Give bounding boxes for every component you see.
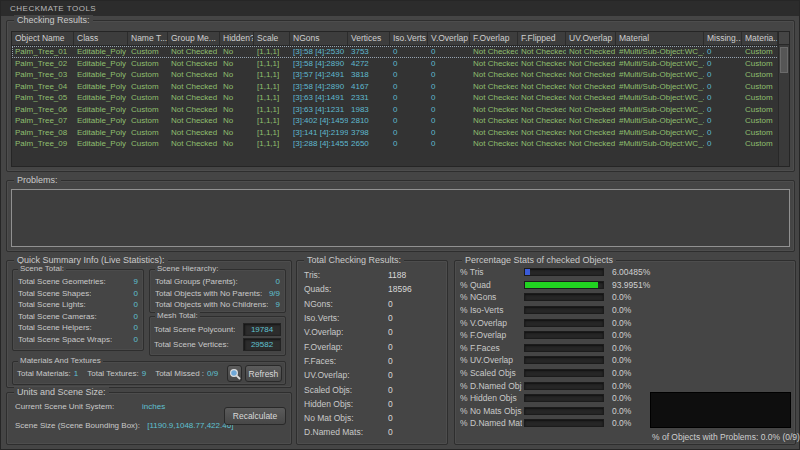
table-row[interactable]: Palm_Tree_02Editable_PolyCustomNot Check… xyxy=(12,58,789,70)
table-row[interactable]: Palm_Tree_07Editable_PolyCustomNot Check… xyxy=(12,115,789,127)
scene-total-group: Scene Total: Total Scene Geometries:9Tot… xyxy=(12,269,144,351)
stat-label: Total Scene Space Wraps: xyxy=(18,335,112,344)
table-cell: No xyxy=(220,58,254,70)
table-cell: 0 xyxy=(704,104,742,116)
column-header[interactable]: Object Name xyxy=(12,32,74,45)
column-header[interactable]: V.Overlap xyxy=(428,32,470,45)
table-cell: 0 xyxy=(390,69,428,81)
table-cell: Not Checked xyxy=(168,46,220,58)
table-row[interactable]: Palm_Tree_01Editable_PolyCustomNot Check… xyxy=(12,46,789,58)
scene-total-label: Scene Total: xyxy=(18,264,66,273)
stat-value: 0.0% xyxy=(612,343,631,353)
table-cell: 0 xyxy=(428,138,470,150)
column-header[interactable]: Missing... xyxy=(704,32,742,45)
problems-display-panel xyxy=(650,392,791,428)
table-row[interactable]: Palm_Tree_05Editable_PolyCustomNot Check… xyxy=(12,92,789,104)
column-header[interactable]: Group Me... xyxy=(168,32,220,45)
stat-value: 0 xyxy=(388,327,393,337)
table-cell: No xyxy=(220,92,254,104)
table-cell: 0 xyxy=(704,58,742,70)
table-cell: Palm_Tree_05 xyxy=(12,92,74,104)
column-header[interactable]: F.Flipped xyxy=(518,32,566,45)
scene-size-value: [1190.9,1048.77,422.46] xyxy=(147,421,233,430)
stat-value: 1 xyxy=(74,369,78,378)
table-cell: Not Checked xyxy=(566,115,616,127)
table-cell: Custom xyxy=(742,81,778,93)
column-header[interactable]: UV.Overlap xyxy=(566,32,616,45)
units-label: Units and Scene Size: xyxy=(14,387,109,397)
problems-label: Problems: xyxy=(14,175,61,185)
mesh-stat-row: Total Scene Vertices:29582 xyxy=(150,337,285,352)
table-cell: Not Checked xyxy=(518,115,566,127)
column-header[interactable]: NGons xyxy=(290,32,348,45)
table-row[interactable]: Palm_Tree_08Editable_PolyCustomNot Check… xyxy=(12,127,789,139)
total-checking-row: UV.Overlap:0 xyxy=(297,368,447,382)
view-textures-button[interactable] xyxy=(227,365,242,382)
stat-label: Total Objects with No Childrens: xyxy=(155,300,268,309)
table-cell: Custom xyxy=(128,115,168,127)
stat-value: 0.0% xyxy=(612,406,631,416)
column-header[interactable]: Class xyxy=(74,32,128,45)
stat-value: 0/9 xyxy=(207,369,218,378)
table-cell: Palm_Tree_01 xyxy=(12,46,74,58)
table-row[interactable]: Palm_Tree_09Editable_PolyCustomNot Check… xyxy=(12,138,789,150)
table-cell: Not Checked xyxy=(518,81,566,93)
table-cell: Custom xyxy=(742,104,778,116)
table-cell: Palm_Tree_06 xyxy=(12,104,74,116)
table-cell: [1,1,1] xyxy=(254,138,290,150)
refresh-button[interactable]: Refresh xyxy=(245,365,282,382)
table-cell: [3]:57 [4]:2491 xyxy=(290,69,348,81)
stat-label: % D.Named Objs xyxy=(460,381,522,391)
table-cell: #Multi/Sub-Object:WC_... xyxy=(616,58,704,70)
total-checking-items: Tris:1188Quads:18596NGons:0Iso.Verts:0V.… xyxy=(297,268,447,440)
stat-value: 18596 xyxy=(388,284,412,294)
total-checking-row: Tris:1188 xyxy=(297,268,447,282)
stat-label: % Hidden Objs xyxy=(460,393,522,403)
table-cell: #Multi/Sub-Object:WC_... xyxy=(616,104,704,116)
stat-label: Total Scene Vertices: xyxy=(154,340,229,349)
column-header[interactable]: F.Overlap xyxy=(470,32,518,45)
progress-bar xyxy=(524,306,604,314)
table-cell: No xyxy=(220,104,254,116)
results-table-scrollbar[interactable] xyxy=(778,32,789,166)
table-cell: No xyxy=(220,127,254,139)
stat-value: 0 xyxy=(388,356,393,366)
column-header[interactable]: Material xyxy=(616,32,704,45)
table-cell: 3798 xyxy=(348,127,390,139)
column-header[interactable]: Name T... xyxy=(128,32,168,45)
table-cell: No xyxy=(220,115,254,127)
stat-label: Quads: xyxy=(304,284,388,294)
table-cell: No xyxy=(220,138,254,150)
summary-stat-row: Total Scene Lights:0 xyxy=(13,299,143,311)
column-header[interactable]: Scale xyxy=(254,32,290,45)
stat-label: No Mat Objs: xyxy=(304,413,388,423)
table-cell: Custom xyxy=(742,58,778,70)
table-cell: Custom xyxy=(128,46,168,58)
table-cell: [1,1,1] xyxy=(254,46,290,58)
table-cell: Custom xyxy=(742,69,778,81)
table-cell: [1,1,1] xyxy=(254,81,290,93)
stat-label: Total Objects with No Parents: xyxy=(155,289,262,298)
table-row[interactable]: Palm_Tree_06Editable_PolyCustomNot Check… xyxy=(12,104,789,116)
stat-label: UV.Overlap: xyxy=(304,370,388,380)
recalculate-button[interactable]: Recalculate xyxy=(224,407,286,425)
progress-bar-fill xyxy=(525,282,598,288)
stat-label: % No Mats Objs xyxy=(460,406,522,416)
column-header[interactable]: Materia... xyxy=(742,32,778,45)
scrollbar-thumb[interactable] xyxy=(780,47,788,73)
stat-value: 1188 xyxy=(388,270,406,280)
column-header[interactable]: Vertices xyxy=(348,32,390,45)
table-cell: Custom xyxy=(128,127,168,139)
column-header[interactable]: Hidden? xyxy=(220,32,254,45)
stat-value: 0.0% xyxy=(612,330,631,340)
table-cell: Editable_Poly xyxy=(74,46,128,58)
stat-value: 9/9 xyxy=(269,289,280,298)
table-row[interactable]: Palm_Tree_03Editable_PolyCustomNot Check… xyxy=(12,69,789,81)
table-cell: #Multi/Sub-Object:WC_... xyxy=(616,69,704,81)
problems-panel xyxy=(11,189,790,247)
stat-value: 0.0% xyxy=(612,292,631,302)
table-cell: Palm_Tree_08 xyxy=(12,127,74,139)
table-cell: Not Checked xyxy=(518,69,566,81)
table-row[interactable]: Palm_Tree_04Editable_PolyCustomNot Check… xyxy=(12,81,789,93)
column-header[interactable]: Iso.Verts xyxy=(390,32,428,45)
